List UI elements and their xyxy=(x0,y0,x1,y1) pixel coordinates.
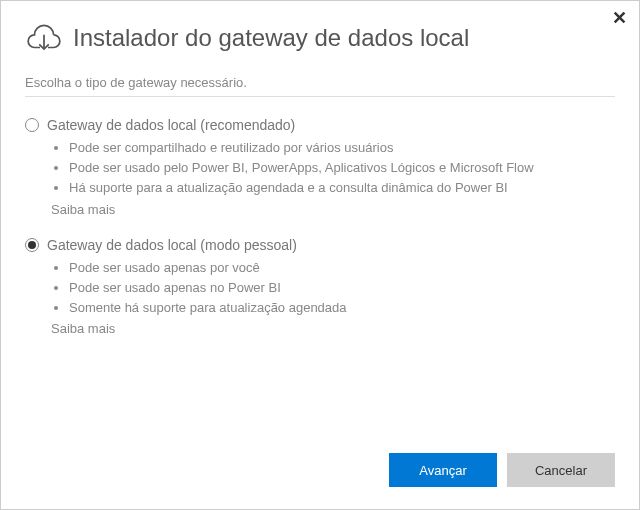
bullet-item: Pode ser usado apenas por você xyxy=(69,259,615,277)
bullet-item: Há suporte para a atualização agendada e… xyxy=(69,179,615,197)
options-group: Gateway de dados local (recomendado) Pod… xyxy=(1,97,639,336)
radio-icon xyxy=(25,118,39,132)
subtitle: Escolha o tipo de gateway necessário. xyxy=(25,75,615,90)
bullet-item: Pode ser usado apenas no Power BI xyxy=(69,279,615,297)
cancel-button[interactable]: Cancelar xyxy=(507,453,615,487)
cloud-download-icon xyxy=(25,19,63,57)
bullet-item: Somente há suporte para atualização agen… xyxy=(69,299,615,317)
radio-personal[interactable]: Gateway de dados local (modo pessoal) xyxy=(25,237,615,253)
learn-more-link[interactable]: Saiba mais xyxy=(51,202,615,217)
learn-more-link[interactable]: Saiba mais xyxy=(51,321,615,336)
bullet-item: Pode ser usado pelo Power BI, PowerApps,… xyxy=(69,159,615,177)
radio-recommended[interactable]: Gateway de dados local (recomendado) xyxy=(25,117,615,133)
option-bullets: Pode ser compartilhado e reutilizado por… xyxy=(69,139,615,198)
footer: Avançar Cancelar xyxy=(389,453,615,487)
next-button[interactable]: Avançar xyxy=(389,453,497,487)
radio-icon xyxy=(25,238,39,252)
header: Instalador do gateway de dados local xyxy=(1,1,639,57)
option-personal: Gateway de dados local (modo pessoal) Po… xyxy=(25,237,615,337)
option-bullets: Pode ser usado apenas por você Pode ser … xyxy=(69,259,615,318)
option-label: Gateway de dados local (recomendado) xyxy=(47,117,295,133)
page-title: Instalador do gateway de dados local xyxy=(73,24,469,52)
bullet-item: Pode ser compartilhado e reutilizado por… xyxy=(69,139,615,157)
option-recommended: Gateway de dados local (recomendado) Pod… xyxy=(25,117,615,217)
option-label: Gateway de dados local (modo pessoal) xyxy=(47,237,297,253)
